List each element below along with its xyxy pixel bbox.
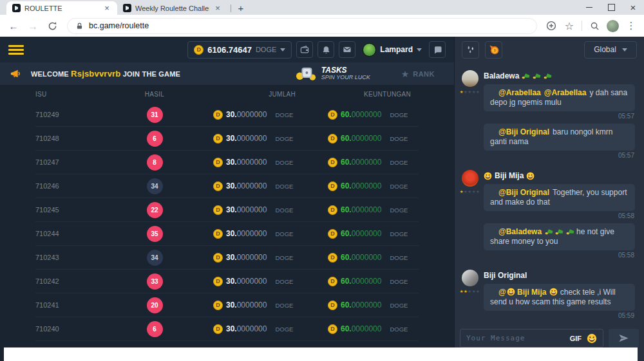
address-bar[interactable]: bc.game/roulette [67, 18, 537, 34]
menu-hamburger-icon[interactable] [8, 45, 24, 55]
chat-channel-label: Global [594, 45, 616, 54]
result-cell: 8 [119, 154, 190, 171]
avatar[interactable] [462, 170, 478, 187]
rain-button[interactable] [462, 41, 479, 59]
bet-amount-cell: D 30.0000000 DOGE [190, 277, 299, 286]
zoom-install-button[interactable] [544, 18, 559, 33]
search-button[interactable] [587, 18, 602, 33]
table-row[interactable]: 710247 8 D 30.0000000 DOGE D 60.0000000 [35, 151, 419, 174]
profit-decimals: 0000000 [352, 205, 382, 214]
main-content: D 6106.74647 DOGE [0, 37, 454, 361]
back-button[interactable]: ← [5, 17, 22, 34]
bcgame-app: D 6106.74647 DOGE [0, 37, 644, 361]
user-menu[interactable]: Lampard [363, 43, 422, 57]
mention[interactable]: @Arabellaa [498, 88, 541, 97]
notifications-button[interactable] [317, 41, 334, 58]
mention[interactable]: @Arabellaa [544, 88, 587, 97]
rank-label: RANK [413, 70, 435, 78]
mention[interactable]: @ [498, 288, 506, 297]
bookmark-button[interactable]: ☆ [562, 18, 577, 33]
doge-coin-icon: D [213, 253, 223, 263]
profit-cell: D 60.0000000 DOGE [299, 205, 419, 215]
table-row[interactable]: 710249 31 D 30.0000000 DOGE D 60.0000000 [35, 103, 419, 127]
window-controls: × [578, 0, 644, 15]
doge-coin-icon: D [213, 324, 223, 334]
chat-header: Global [455, 37, 644, 62]
mention[interactable]: @Biji Original [498, 188, 549, 197]
avatar[interactable] [462, 270, 478, 286]
table-row[interactable]: 710241 20 D 30.0000000 DOGE D 60.0000000 [35, 293, 419, 317]
table-row[interactable]: 710240 6 D 30.0000000 DOGE D 60.0000000 [35, 317, 419, 341]
gif-button[interactable]: GIF [570, 335, 582, 342]
profit-cell: D 60.0000000 DOGE [299, 134, 419, 143]
amount-decimals: 0000000 [237, 253, 267, 262]
result-cell: 34 [119, 178, 190, 194]
currency-label: DOGE [390, 326, 408, 333]
coin-drop-button[interactable] [485, 41, 502, 59]
doge-coin-icon: D [328, 277, 337, 286]
profit-integer: 60. [341, 158, 352, 167]
chat-channel-dropdown[interactable]: Global [584, 41, 637, 59]
url-text[interactable]: bc.game/roulette [89, 21, 149, 30]
currency-label: DOGE [275, 135, 293, 142]
tasks-title: TASKS [321, 66, 370, 74]
forward-button[interactable]: → [24, 17, 41, 34]
browser-profile-avatar[interactable] [607, 20, 619, 32]
chat-username[interactable]: Biji Original [484, 271, 635, 280]
tab-weekly-challenge[interactable]: Weekly Roulette Challenge - Win × [117, 1, 228, 15]
table-row[interactable]: 710248 6 D 30.0000000 DOGE D 60.0000000 [35, 127, 419, 151]
message-time: 05:58 [484, 252, 634, 259]
rank-shortcut[interactable]: ★ RANK [401, 69, 435, 79]
chat-username[interactable]: Biji Mija [484, 171, 635, 180]
currency-label: DOGE [390, 183, 408, 190]
balance-dropdown[interactable]: D 6106.74647 DOGE [187, 41, 292, 59]
mention[interactable]: @Biji Original [498, 127, 549, 136]
tasks-shortcut[interactable]: TASKS SPIN YOUR LUCK [296, 66, 370, 82]
reload-button[interactable] [44, 17, 61, 34]
issue-id: 710247 [35, 158, 119, 166]
user-avatar [363, 43, 376, 57]
window-minimize-button[interactable] [578, 0, 600, 15]
browser-menu-button[interactable]: ⋮ [623, 18, 639, 33]
mention[interactable]: @Baladewa [498, 227, 542, 236]
emoji-picker-button[interactable] [587, 333, 597, 344]
window-close-button[interactable]: × [622, 0, 644, 15]
tab-roulette[interactable]: ROULETTE × [6, 1, 117, 15]
profit-integer: 60. [341, 181, 352, 190]
table-row[interactable]: 710242 33 D 30.0000000 DOGE D 60.0000000 [35, 270, 419, 293]
avatar[interactable] [462, 70, 478, 87]
tasks-dice-icon [296, 66, 316, 82]
profit-integer: 60. [341, 110, 352, 119]
tab-close-icon[interactable]: × [213, 3, 222, 13]
tab-close-icon[interactable]: × [102, 3, 111, 13]
table-row[interactable]: 710246 34 D 30.0000000 DOGE D 60.0000000 [35, 174, 419, 198]
bet-amount-cell: D 30.0000000 DOGE [190, 229, 299, 239]
new-tab-button[interactable]: + [234, 1, 248, 14]
currency-label: DOGE [275, 302, 293, 309]
messages-button[interactable] [339, 41, 355, 58]
amount-integer: 30. [226, 158, 237, 167]
tasks-subtitle: SPIN YOUR LUCK [321, 74, 370, 81]
window-maximize-button[interactable] [600, 0, 622, 15]
table-row[interactable]: 710245 22 D 30.0000000 DOGE D 60.0000000 [35, 198, 419, 222]
site-header: D 6106.74647 DOGE [0, 37, 454, 62]
amount-decimals: 0000000 [237, 110, 267, 119]
browser-toolbar: ← → bc.game/roulette ☆ [0, 15, 644, 37]
wallet-button[interactable] [296, 41, 313, 58]
chat-toggle-button[interactable] [429, 41, 446, 58]
amount-integer: 30. [226, 205, 237, 214]
column-header-isu: ISU [35, 91, 119, 98]
chat-input-row: GIF [460, 329, 639, 347]
chat-username[interactable]: Baladewa [484, 71, 635, 80]
chat-input-container[interactable]: GIF [460, 329, 603, 347]
mention[interactable]: Biji Mija [517, 288, 546, 297]
profit-cell: D 60.0000000 DOGE [299, 229, 419, 239]
chat-message-input[interactable] [466, 334, 565, 342]
doge-coin-icon: D [328, 301, 337, 310]
chat-message: @ Biji Mija check tele ,i Will send u ho… [484, 284, 635, 311]
table-row[interactable]: 710243 34 D 30.0000000 DOGE D 60.0000000 [35, 246, 419, 270]
result-badge: 34 [147, 250, 163, 266]
send-message-button[interactable] [609, 329, 639, 347]
table-row[interactable]: 710244 35 D 30.0000000 DOGE D 60.0000000 [35, 222, 419, 246]
amount-integer: 30. [226, 110, 237, 119]
